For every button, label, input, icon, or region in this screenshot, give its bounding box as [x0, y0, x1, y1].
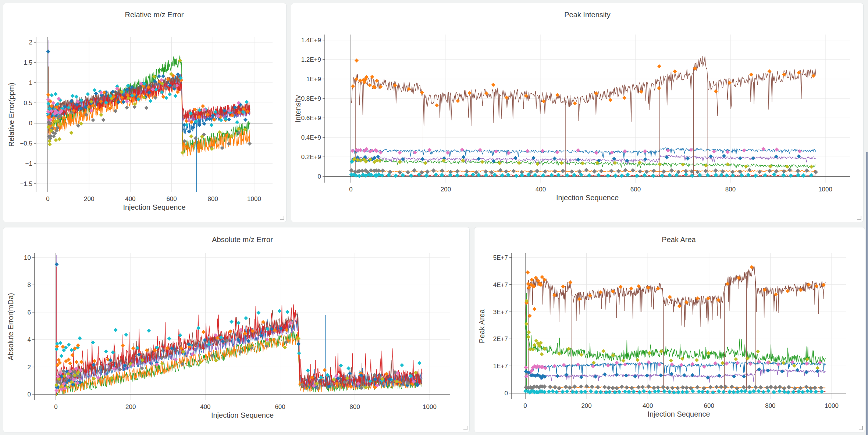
svg-text:0: 0 [505, 390, 508, 397]
svg-text:0: 0 [29, 120, 32, 127]
svg-text:600: 600 [275, 403, 285, 410]
svg-text:0.4E+9: 0.4E+9 [301, 134, 321, 141]
svg-text:800: 800 [725, 186, 736, 193]
svg-text:0.2E+9: 0.2E+9 [301, 154, 321, 161]
svg-text:2: 2 [28, 364, 31, 371]
svg-text:200: 200 [441, 186, 451, 193]
resize-handle-icon[interactable] [859, 426, 863, 430]
svg-text:0: 0 [318, 173, 321, 180]
resize-handle-icon[interactable] [857, 216, 861, 220]
svg-text:1: 1 [29, 79, 32, 86]
svg-text:0: 0 [349, 186, 352, 193]
svg-text:400: 400 [536, 186, 546, 193]
svg-text:1000: 1000 [825, 402, 839, 409]
scrollbar-thumb[interactable] [866, 152, 868, 435]
svg-text:200: 200 [581, 402, 591, 409]
svg-text:4: 4 [28, 336, 31, 343]
svg-text:2E+7: 2E+7 [493, 335, 508, 342]
panel-peak-area: Peak Area Peak Area Injection Sequence 5… [474, 227, 865, 432]
svg-text:1.5: 1.5 [24, 59, 32, 66]
svg-text:1000: 1000 [423, 403, 437, 410]
svg-text:0.6E+9: 0.6E+9 [301, 115, 321, 122]
svg-text:400: 400 [125, 195, 135, 202]
svg-text:4E+7: 4E+7 [493, 281, 508, 288]
svg-text:800: 800 [208, 195, 218, 202]
svg-text:0: 0 [523, 402, 527, 409]
resize-handle-icon[interactable] [463, 426, 467, 430]
svg-text:400: 400 [200, 403, 210, 410]
chart-relative-mz-error[interactable]: 21.510.50−0.5−1−1.502004006008001000 [3, 3, 287, 223]
svg-text:2: 2 [29, 39, 32, 46]
svg-text:1000: 1000 [247, 195, 261, 202]
svg-text:8: 8 [28, 281, 31, 288]
svg-text:1000: 1000 [818, 186, 832, 193]
svg-text:1.2E+9: 1.2E+9 [301, 56, 321, 63]
panel-relative-mz-error: Relative m/z Error Relative Error(ppm) I… [3, 3, 287, 222]
svg-text:600: 600 [630, 186, 641, 193]
resize-handle-icon[interactable] [280, 216, 284, 220]
svg-text:−1.5: −1.5 [20, 180, 32, 187]
svg-text:5E+7: 5E+7 [493, 254, 508, 261]
panel-absolute-mz-error: Absolute m/z Error Absolute Error(mDa) I… [3, 227, 470, 432]
svg-text:800: 800 [350, 403, 360, 410]
svg-text:400: 400 [643, 402, 653, 409]
svg-text:800: 800 [765, 402, 775, 409]
svg-text:200: 200 [84, 195, 94, 202]
svg-text:0: 0 [46, 195, 49, 202]
svg-text:200: 200 [125, 403, 136, 410]
svg-text:−0.5: −0.5 [20, 140, 32, 147]
svg-text:0.5: 0.5 [24, 100, 32, 107]
svg-text:3E+7: 3E+7 [493, 309, 508, 316]
svg-text:10: 10 [24, 254, 31, 261]
svg-text:0: 0 [28, 391, 31, 398]
svg-text:0.8E+9: 0.8E+9 [301, 95, 321, 102]
chart-peak-area[interactable]: 5E+74E+73E+72E+71E+7002004006008001000 [474, 227, 865, 433]
svg-text:600: 600 [166, 195, 177, 202]
chart-absolute-mz-error[interactable]: 108642002004006008001000 [3, 227, 470, 433]
chart-peak-intensity[interactable]: 1.4E+91.2E+91E+90.8E+90.6E+90.4E+90.2E+9… [291, 3, 864, 223]
svg-text:1E+9: 1E+9 [306, 76, 321, 83]
svg-text:0: 0 [54, 403, 57, 410]
svg-text:1.4E+9: 1.4E+9 [301, 37, 321, 44]
svg-text:1E+7: 1E+7 [493, 363, 508, 370]
panel-peak-intensity: Peak Intensity Intensity Injection Seque… [291, 3, 864, 222]
dashboard: { "page": { "background": "#f0f2f2", "pa… [0, 0, 868, 435]
svg-text:6: 6 [28, 309, 31, 316]
svg-text:600: 600 [704, 402, 714, 409]
svg-text:−1: −1 [25, 160, 32, 167]
